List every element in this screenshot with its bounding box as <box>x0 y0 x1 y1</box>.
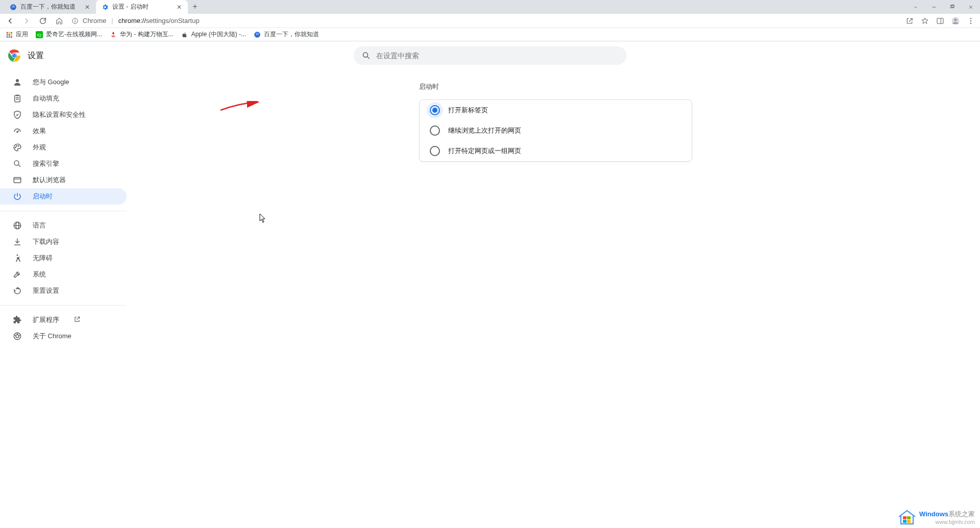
close-icon[interactable]: ✕ <box>176 4 183 11</box>
startup-option-specific[interactable]: 打开特定网页或一组网页 <box>420 141 692 161</box>
accessibility-icon <box>12 253 22 263</box>
address-bar: Chrome | chrome://settings/onStartup <box>0 14 980 28</box>
profile-avatar-icon[interactable] <box>949 15 962 27</box>
nav-item-label: 效果 <box>33 127 46 136</box>
svg-line-44 <box>18 165 20 167</box>
nav-item-label: 无障碍 <box>33 254 53 263</box>
svg-point-14 <box>970 20 971 21</box>
forward-button[interactable] <box>19 14 34 28</box>
bookmark-item-2[interactable]: Apple (中国大陆) -... <box>181 30 246 39</box>
nav-item-accessibility[interactable]: 无障碍 <box>0 250 127 266</box>
svg-point-43 <box>14 161 19 165</box>
svg-point-12 <box>954 18 957 21</box>
search-input[interactable] <box>376 52 619 60</box>
settings-title: 设置 <box>28 51 44 61</box>
home-button[interactable] <box>52 14 66 28</box>
svg-rect-24 <box>11 36 12 37</box>
bookmark-label: 爱奇艺-在线视频网... <box>46 30 102 39</box>
chevron-down-icon[interactable] <box>906 0 925 14</box>
bookmark-item-0[interactable]: iQ 爱奇艺-在线视频网... <box>35 30 102 39</box>
browser-tab-0[interactable]: 百度一下，你就知道 ✕ <box>4 0 96 14</box>
bookmark-label: 华为 - 构建万物互... <box>120 30 174 39</box>
svg-rect-16 <box>7 32 8 33</box>
nav-item-extensions[interactable]: 扩展程序 <box>0 312 127 328</box>
nav-item-you-and-google[interactable]: 您与 Google <box>0 74 127 90</box>
svg-rect-54 <box>907 516 911 519</box>
url-prefix: Chrome <box>83 17 106 24</box>
svg-point-34 <box>16 79 19 82</box>
palette-icon <box>12 142 22 153</box>
nav-item-reset[interactable]: 重置设置 <box>0 283 127 299</box>
nav-item-languages[interactable]: 语言 <box>0 217 127 234</box>
nav-item-system[interactable]: 系统 <box>0 266 127 283</box>
svg-point-42 <box>18 145 19 146</box>
svg-rect-18 <box>11 32 12 33</box>
svg-rect-20 <box>9 34 10 35</box>
settings-main: 启动时 打开新标签页继续浏览上次打开的网页打开特定网页或一组网页 <box>131 70 980 528</box>
nav-item-performance[interactable]: 效果 <box>0 123 127 139</box>
chrome-menu-icon[interactable] <box>965 15 977 27</box>
bookmark-item-1[interactable]: 华为 - 构建万物互... <box>109 30 174 39</box>
side-panel-icon[interactable] <box>934 15 946 27</box>
globe-icon <box>12 220 22 231</box>
startup-options-card: 打开新标签页继续浏览上次打开的网页打开特定网页或一组网页 <box>419 99 692 162</box>
nav-item-about[interactable]: 关于 Chrome <box>0 328 127 344</box>
back-button[interactable] <box>3 14 17 28</box>
favicon-icon <box>9 3 17 11</box>
settings-search-box[interactable] <box>354 46 627 65</box>
svg-rect-22 <box>7 36 8 37</box>
browser-tab-1[interactable]: 设置 - 启动时 ✕ <box>96 0 188 14</box>
nav-item-search-engine[interactable]: 搜索引擎 <box>0 156 127 172</box>
nav-item-on-startup[interactable]: 启动时 <box>0 188 127 205</box>
maximize-button[interactable] <box>943 0 962 14</box>
apps-shortcut[interactable]: 应用 <box>5 30 28 39</box>
nav-item-label: 扩展程序 <box>33 315 59 324</box>
shield-icon <box>12 110 22 120</box>
settings-nav: 您与 Google自动填充隐私设置和安全性效果外观搜索引擎默认浏览器启动时语言下… <box>0 70 131 528</box>
bookmark-item-3[interactable]: 百度一下，你就知道 <box>253 30 319 39</box>
radio-icon <box>430 125 440 136</box>
chrome-logo-icon <box>8 49 20 62</box>
watermark-url: www.bjjmlv.com <box>919 519 975 525</box>
svg-point-7 <box>75 19 75 19</box>
nav-item-default-browser[interactable]: 默认浏览器 <box>0 172 127 188</box>
radio-icon <box>430 146 440 156</box>
bookmark-label: Apple (中国大陆) -... <box>191 30 246 39</box>
share-icon[interactable] <box>903 15 916 27</box>
omnibox[interactable]: Chrome | chrome://settings/onStartup <box>68 15 901 27</box>
watermark-brand1: Windows <box>919 510 948 518</box>
restore-icon <box>12 286 22 296</box>
bookmark-label: 百度一下，你就知道 <box>264 30 319 39</box>
close-window-button[interactable] <box>962 0 980 14</box>
assignment-icon <box>12 93 22 104</box>
nav-item-label: 语言 <box>33 221 46 230</box>
tab-title: 设置 - 启动时 <box>112 3 173 11</box>
nav-item-appearance[interactable]: 外观 <box>0 139 127 156</box>
close-icon[interactable]: ✕ <box>84 4 91 11</box>
nav-item-autofill[interactable]: 自动填充 <box>0 90 127 107</box>
svg-point-31 <box>13 54 16 58</box>
nav-item-label: 重置设置 <box>33 286 59 295</box>
option-label: 打开特定网页或一组网页 <box>448 146 521 156</box>
startup-option-newtab[interactable]: 打开新标签页 <box>420 100 692 120</box>
nav-item-privacy[interactable]: 隐私设置和安全性 <box>0 107 127 123</box>
bookmark-star-icon[interactable] <box>919 15 931 27</box>
section-title: 启动时 <box>419 82 692 91</box>
svg-rect-55 <box>903 520 906 523</box>
watermark: Windows系统之家 www.bjjmlv.com <box>898 510 975 525</box>
url-scheme: chrome:// <box>118 17 146 24</box>
settings-header: 设置 <box>0 41 980 70</box>
settings-page: 设置 您与 Google自动填充隐私设置和安全性效果外观搜索引擎默认浏览器启动时… <box>0 41 980 528</box>
svg-rect-19 <box>7 34 8 35</box>
search-icon <box>362 51 371 60</box>
new-tab-button[interactable]: + <box>188 0 202 14</box>
nav-item-label: 外观 <box>33 143 46 152</box>
svg-point-39 <box>17 131 18 132</box>
nav-item-label: 您与 Google <box>33 78 69 87</box>
minimize-button[interactable] <box>925 0 943 14</box>
nav-item-downloads[interactable]: 下载内容 <box>0 234 127 250</box>
svg-rect-21 <box>11 34 12 35</box>
startup-option-continue[interactable]: 继续浏览上次打开的网页 <box>420 120 692 141</box>
site-info-icon[interactable] <box>70 17 80 24</box>
reload-button[interactable] <box>36 14 50 28</box>
